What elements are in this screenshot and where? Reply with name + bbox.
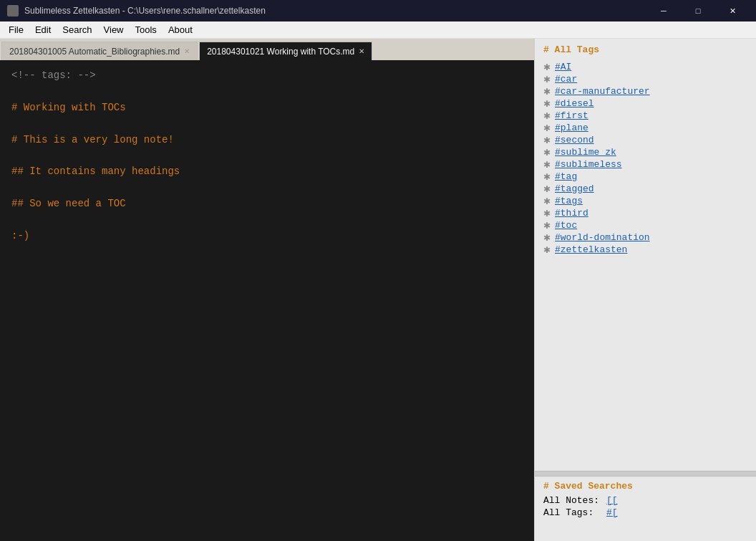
menu-item-tools[interactable]: Tools xyxy=(130,23,163,37)
tag-link[interactable]: #plane xyxy=(555,123,588,133)
title-bar-left: Sublimeless Zettelkasten - C:\Users\rene… xyxy=(7,5,266,16)
saved-search-link[interactable]: #[ xyxy=(606,507,618,518)
tag-item[interactable]: ✱#tags xyxy=(543,195,747,207)
tag-link[interactable]: #first xyxy=(555,110,588,121)
tag-bullet-icon: ✱ xyxy=(543,209,551,219)
menu-item-about[interactable]: About xyxy=(163,23,198,37)
saved-search-link[interactable]: [[ xyxy=(606,495,618,506)
tag-link[interactable]: #world-domination xyxy=(555,232,650,243)
tag-item[interactable]: ✱#car-manufacturer xyxy=(543,85,747,97)
tag-bullet-icon: ✱ xyxy=(543,111,551,121)
tag-link[interactable]: #tagged xyxy=(555,183,594,194)
code-line xyxy=(11,115,523,131)
tag-link[interactable]: #tag xyxy=(555,171,577,182)
code-line xyxy=(11,244,523,259)
app-icon xyxy=(7,5,19,16)
tag-item[interactable]: ✱#world-domination xyxy=(543,231,747,244)
tab-tab1[interactable]: 201804301005 Automatic_Bibliographies.md… xyxy=(1,42,198,60)
tag-bullet-icon: ✱ xyxy=(543,196,551,206)
tags-section: # All Tags ✱#AI✱#car✱#car-manufacturer✱#… xyxy=(535,39,756,471)
menu-item-file[interactable]: File xyxy=(3,23,29,37)
right-panel: # All Tags ✱#AI✱#car✱#car-manufacturer✱#… xyxy=(534,39,756,541)
tag-link[interactable]: #car-manufacturer xyxy=(555,86,650,97)
code-line: <!-- tags: --> xyxy=(11,67,523,83)
code-line: ## So we need a TOC xyxy=(11,196,523,211)
tag-item[interactable]: ✱#AI xyxy=(543,61,747,73)
code-line xyxy=(11,83,523,99)
tag-item[interactable]: ✱#diesel xyxy=(543,97,747,110)
tag-link[interactable]: #sublimeless xyxy=(555,159,622,170)
tag-bullet-icon: ✱ xyxy=(543,160,551,170)
tag-item[interactable]: ✱#plane xyxy=(543,122,747,134)
tag-link[interactable]: #AI xyxy=(555,62,571,72)
tag-bullet-icon: ✱ xyxy=(543,75,551,85)
close-button[interactable]: ✕ xyxy=(716,0,749,21)
title-bar: Sublimeless Zettelkasten - C:\Users\rene… xyxy=(0,0,756,21)
menu-item-search[interactable]: Search xyxy=(57,23,97,37)
tabs: 201804301005 Automatic_Bibliographies.md… xyxy=(0,39,534,60)
tag-bullet-icon: ✱ xyxy=(543,172,551,182)
tab-close-tab2[interactable]: ✕ xyxy=(359,48,364,55)
code-line: :-) xyxy=(11,228,523,244)
tab-close-tab1[interactable]: ✕ xyxy=(184,48,190,55)
editor-area: 201804301005 Automatic_Bibliographies.md… xyxy=(0,39,534,541)
tag-item[interactable]: ✱#sublime_zk xyxy=(543,146,747,158)
menu-item-view[interactable]: View xyxy=(98,23,130,37)
window-controls: ─ □ ✕ xyxy=(647,0,749,21)
saved-searches-section: # Saved Searches All Notes:[[All Tags:#[ xyxy=(535,477,756,541)
saved-search-label: All Notes: xyxy=(543,495,601,506)
menu-item-edit[interactable]: Edit xyxy=(29,23,57,37)
tag-item[interactable]: ✱#car xyxy=(543,73,747,85)
tag-item[interactable]: ✱#first xyxy=(543,110,747,122)
tag-link[interactable]: #car xyxy=(555,74,577,85)
tag-item[interactable]: ✱#toc xyxy=(543,219,747,231)
main: 201804301005 Automatic_Bibliographies.md… xyxy=(0,39,756,541)
saved-search-item: All Tags:#[ xyxy=(535,507,756,519)
tag-link[interactable]: #zettelkasten xyxy=(555,244,627,255)
code-editor[interactable]: <!-- tags: --> # Working with TOCs # Thi… xyxy=(0,60,534,541)
tag-bullet-icon: ✱ xyxy=(543,245,551,255)
code-line xyxy=(11,180,523,196)
code-line xyxy=(11,148,523,163)
saved-searches-title: # Saved Searches xyxy=(535,477,756,494)
tag-item[interactable]: ✱#third xyxy=(543,207,747,219)
tag-bullet-icon: ✱ xyxy=(543,135,551,145)
code-line: ## It contains many headings xyxy=(11,163,523,179)
tag-item[interactable]: ✱#tag xyxy=(543,171,747,183)
tag-link[interactable]: #sublime_zk xyxy=(555,147,616,158)
tag-item[interactable]: ✱#tagged xyxy=(543,183,747,195)
panel-divider xyxy=(535,471,756,477)
tag-link[interactable]: #diesel xyxy=(555,98,594,109)
tag-bullet-icon: ✱ xyxy=(543,62,551,72)
tag-bullet-icon: ✱ xyxy=(543,123,551,133)
tag-item[interactable]: ✱#zettelkasten xyxy=(543,244,747,256)
tag-link[interactable]: #tags xyxy=(555,196,583,206)
saved-searches-list: All Notes:[[All Tags:#[ xyxy=(535,494,756,519)
tab-label-tab2: 201804301021 Working with TOCs.md xyxy=(207,47,354,57)
tag-link[interactable]: #toc xyxy=(555,220,577,231)
menu-bar: FileEditSearchViewToolsAbout xyxy=(0,21,756,39)
tab-label-tab1: 201804301005 Automatic_Bibliographies.md xyxy=(9,47,180,57)
tag-bullet-icon: ✱ xyxy=(543,99,551,109)
saved-search-item: All Notes:[[ xyxy=(535,494,756,507)
tag-bullet-icon: ✱ xyxy=(543,233,551,243)
tag-link[interactable]: #second xyxy=(555,135,594,145)
title-text: Sublimeless Zettelkasten - C:\Users\rene… xyxy=(24,6,266,16)
tag-link[interactable]: #third xyxy=(555,208,588,219)
tag-bullet-icon: ✱ xyxy=(543,184,551,194)
saved-search-label: All Tags: xyxy=(543,507,601,518)
tag-bullet-icon: ✱ xyxy=(543,148,551,158)
code-line xyxy=(11,212,523,228)
minimize-button[interactable]: ─ xyxy=(647,0,680,21)
tag-item[interactable]: ✱#second xyxy=(543,134,747,146)
maximize-button[interactable]: □ xyxy=(682,0,714,21)
tag-item[interactable]: ✱#sublimeless xyxy=(543,158,747,171)
code-line: # Working with TOCs xyxy=(11,100,523,115)
tags-list: ✱#AI✱#car✱#car-manufacturer✱#diesel✱#fir… xyxy=(543,61,747,256)
code-line: # This is a very long note! xyxy=(11,132,523,148)
tags-panel-title: # All Tags xyxy=(543,44,747,55)
tag-bullet-icon: ✱ xyxy=(543,221,551,231)
tab-tab2[interactable]: 201804301021 Working with TOCs.md✕ xyxy=(199,42,372,60)
tag-bullet-icon: ✱ xyxy=(543,87,551,97)
